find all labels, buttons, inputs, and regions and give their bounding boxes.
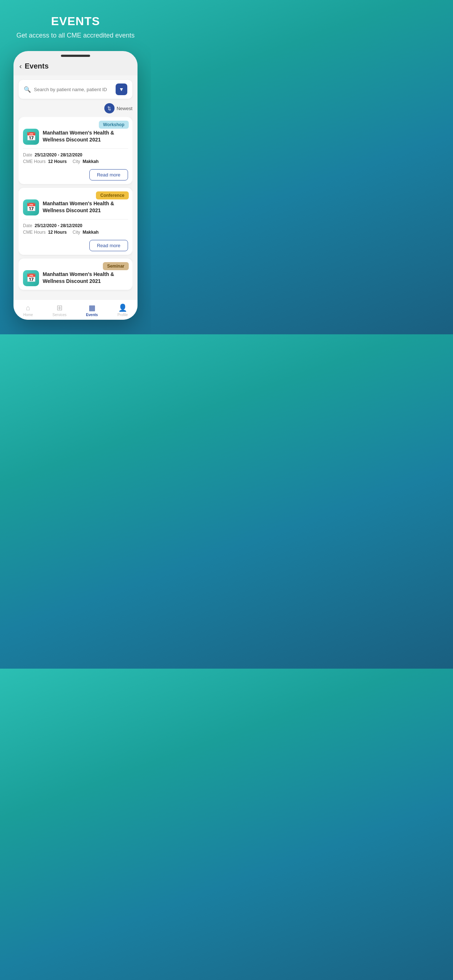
divider-2 — [23, 219, 128, 220]
hero-subtitle: Get access to all CME accredited events — [2, 31, 149, 40]
event-tag-3: Seminar — [103, 262, 129, 270]
filter-button[interactable]: ▼ — [116, 83, 127, 95]
event-cme-2: CME Hours 12 Hours — [23, 230, 67, 235]
event-card-2: Conference 📅 Manhattan Women's Health & … — [19, 188, 132, 255]
sort-icon: ⇅ — [107, 106, 111, 111]
event-card-1: Workshop 📅 Manhattan Women's Health & We… — [19, 117, 132, 184]
services-icon: ⊞ — [57, 303, 63, 312]
nav-item-services[interactable]: ⊞ Services — [49, 302, 70, 318]
divider-1 — [23, 148, 128, 149]
event-meta-row-1: CME Hours 12 Hours City Makkah — [23, 159, 128, 165]
sort-label: Newest — [117, 106, 132, 111]
event-tag-2: Conference — [96, 191, 129, 199]
event-top-3: 📅 Manhattan Women's Health & Wellness Di… — [23, 270, 128, 286]
page-title: Events — [25, 62, 49, 70]
filter-icon: ▼ — [119, 86, 124, 92]
app-header: ‹ Events — [13, 57, 137, 75]
event-date-1: Date 25/12/2020 - 28/12/2020 — [23, 153, 128, 158]
calendar-icon-3: 📅 — [26, 274, 36, 283]
bottom-nav: ⌂ Home ⊞ Services ▦ Events 👤 Profile — [13, 299, 137, 320]
nav-item-events[interactable]: ▦ Events — [83, 302, 102, 318]
events-list: Workshop 📅 Manhattan Women's Health & We… — [19, 117, 132, 295]
search-bar: 🔍 ▼ — [19, 80, 132, 99]
profile-icon: 👤 — [118, 303, 127, 312]
hero-title: EVENTS — [51, 14, 100, 28]
search-input[interactable] — [34, 87, 113, 92]
calendar-icon: 📅 — [26, 132, 36, 142]
event-card-3: Seminar 📅 Manhattan Women's Health & Wel… — [19, 258, 132, 290]
event-icon-3: 📅 — [23, 270, 39, 286]
calendar-icon-2: 📅 — [26, 203, 36, 212]
event-top-1: 📅 Manhattan Women's Health & Wellness Di… — [23, 129, 128, 145]
phone-frame: ‹ Events 🔍 ▼ ⇅ Newest Workshop — [13, 51, 137, 320]
event-icon-1: 📅 — [23, 129, 39, 145]
nav-item-profile[interactable]: 👤 Profile — [114, 302, 131, 318]
read-more-button-1[interactable]: Read more — [89, 169, 128, 180]
event-date-2: Date 25/12/2020 - 28/12/2020 — [23, 223, 128, 228]
event-meta-row-2: CME Hours 12 Hours City Makkah — [23, 230, 128, 236]
event-top-2: 📅 Manhattan Women's Health & Wellness Di… — [23, 199, 128, 215]
event-city-1: City Makkah — [73, 159, 99, 164]
event-name-1: Manhattan Women's Health & Wellness Disc… — [43, 129, 128, 143]
nav-label-services: Services — [53, 313, 66, 317]
nav-label-events: Events — [86, 313, 98, 317]
home-icon: ⌂ — [26, 304, 30, 312]
event-icon-2: 📅 — [23, 199, 39, 215]
event-tag-1: Workshop — [99, 121, 129, 129]
sort-button[interactable]: ⇅ — [104, 103, 115, 113]
event-name-3: Manhattan Women's Health & Wellness Disc… — [43, 270, 128, 285]
nav-item-home[interactable]: ⌂ Home — [20, 303, 37, 318]
nav-label-home: Home — [23, 313, 33, 317]
read-more-button-2[interactable]: Read more — [89, 240, 128, 251]
sort-row: ⇅ Newest — [19, 103, 132, 113]
events-icon: ▦ — [89, 303, 96, 312]
search-icon: 🔍 — [24, 86, 31, 93]
event-cme-1: CME Hours 12 Hours — [23, 159, 67, 164]
back-button[interactable]: ‹ — [19, 62, 22, 70]
event-city-2: City Makkah — [73, 230, 99, 235]
nav-label-profile: Profile — [118, 313, 128, 317]
event-name-2: Manhattan Women's Health & Wellness Disc… — [43, 199, 128, 214]
app-content: 🔍 ▼ ⇅ Newest Workshop 📅 — [13, 75, 137, 299]
